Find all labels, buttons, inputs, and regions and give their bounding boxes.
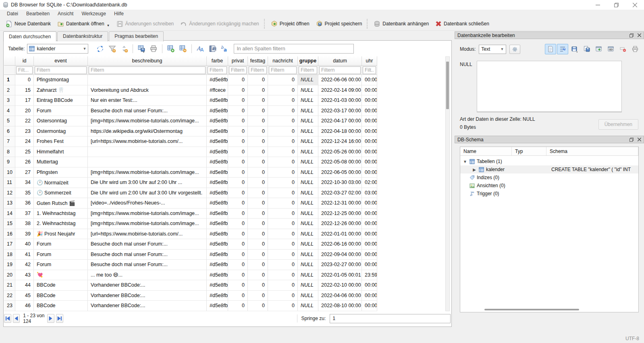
cell-festtag[interactable]: 0 bbox=[248, 95, 268, 106]
cell-id[interactable]: 20 bbox=[15, 106, 34, 116]
row-number[interactable]: 15 bbox=[4, 219, 15, 229]
cell-farbe[interactable]: #d5e8fb bbox=[207, 157, 228, 167]
cell-privat[interactable]: 0 bbox=[228, 260, 248, 270]
cell-nachricht[interactable]: 0 bbox=[268, 250, 298, 260]
horizontal-scrollbar-thumb[interactable] bbox=[484, 309, 579, 310]
restore-button[interactable] bbox=[607, 0, 625, 10]
new-database-button[interactable]: Neue Datenbank bbox=[2, 19, 54, 29]
cell-farbe[interactable]: #d5e8fb bbox=[207, 167, 228, 178]
cell-farbe[interactable]: #d5e8fb bbox=[207, 126, 228, 137]
open-database-button[interactable]: Datenbank öffnen ▼ bbox=[54, 19, 113, 29]
cell-datum[interactable]: 2022-06-06 00:00 bbox=[318, 75, 362, 85]
mode-select[interactable]: Text ▼ bbox=[479, 45, 506, 54]
cell-beschreibung[interactable]: Vorhandener BBCode:... bbox=[88, 301, 207, 311]
cell-privat[interactable]: 0 bbox=[228, 270, 248, 281]
cell-event[interactable]: Forum bbox=[34, 239, 88, 250]
tab-datenbankstruktur[interactable]: Datenbankstruktur bbox=[57, 31, 108, 41]
cell-event[interactable]: BBCode bbox=[34, 301, 88, 311]
cell-nachricht[interactable]: 0 bbox=[268, 157, 298, 167]
tree-item-tabellen[interactable]: ▼ Tabellen (1) bbox=[460, 157, 638, 165]
filter-input-gruppe[interactable] bbox=[299, 66, 317, 74]
cell-uhr[interactable]: 00:00 bbox=[362, 147, 377, 157]
cell-datum[interactable]: 2022-02-14 09:00 bbox=[318, 85, 362, 96]
cell-gruppe[interactable]: NULL bbox=[298, 250, 318, 260]
cell-nachricht[interactable]: 0 bbox=[268, 116, 298, 126]
filter-input-uhr[interactable] bbox=[363, 66, 376, 74]
encoding-button[interactable]: ba bbox=[219, 43, 230, 54]
import-cell-button[interactable] bbox=[569, 44, 580, 54]
text-format-button[interactable]: AA bbox=[195, 43, 206, 54]
cell-uhr[interactable]: 00:00 bbox=[362, 198, 377, 209]
filter-input-privat[interactable] bbox=[229, 66, 247, 74]
last-page-button[interactable] bbox=[56, 314, 63, 323]
open-project-button[interactable]: Projekt öffnen bbox=[268, 19, 313, 29]
cell-privat[interactable]: 0 bbox=[228, 116, 248, 126]
cell-festtag[interactable]: 0 bbox=[248, 167, 268, 178]
cell-festtag[interactable]: 0 bbox=[248, 147, 268, 157]
cell-datum[interactable]: 2022-09-04 00:00 bbox=[318, 250, 362, 260]
cell-privat[interactable]: 0 bbox=[228, 291, 248, 301]
cell-id[interactable]: 0 bbox=[15, 75, 34, 85]
cell-gruppe[interactable]: NULL bbox=[298, 260, 318, 270]
row-number[interactable]: 18 bbox=[4, 250, 15, 260]
cell-privat[interactable]: 0 bbox=[228, 280, 248, 291]
cell-uhr[interactable]: 00:00 bbox=[362, 167, 377, 178]
set-null-button[interactable] bbox=[617, 44, 629, 54]
cell-uhr[interactable]: 00:00 bbox=[362, 116, 377, 126]
cell-event[interactable]: Pfingstmontag bbox=[34, 75, 88, 85]
cell-nachricht[interactable]: 0 bbox=[268, 136, 298, 147]
cell-id[interactable]: 37 bbox=[15, 209, 34, 219]
settings-button[interactable] bbox=[509, 45, 520, 54]
tree-item-kalender[interactable]: ▶ kalender CREATE TABLE "kalender" ( "id… bbox=[460, 165, 638, 174]
cell-edit-area[interactable] bbox=[477, 61, 622, 112]
row-number[interactable]: 3 bbox=[4, 95, 15, 106]
filter-input-datum[interactable] bbox=[319, 66, 361, 74]
cell-festtag[interactable]: 0 bbox=[248, 198, 268, 209]
cell-event[interactable]: Pfingsten bbox=[34, 167, 88, 178]
cell-gruppe[interactable]: NULL bbox=[298, 270, 318, 281]
cell-beschreibung[interactable]: Die Uhr wird um 2:00 Uhr auf 3:00 Uhr vo… bbox=[88, 188, 207, 198]
cell-beschreibung[interactable]: [url=https://www.mobirise-tutorials.com/… bbox=[88, 136, 207, 147]
cell-datum[interactable]: 2022-01-01 00:00 bbox=[318, 229, 362, 240]
cell-privat[interactable]: 0 bbox=[228, 85, 248, 96]
cell-farbe[interactable]: #d5e8fb bbox=[207, 229, 228, 240]
row-number[interactable]: 12 bbox=[4, 188, 15, 198]
cell-id[interactable]: 15 bbox=[15, 85, 34, 96]
cell-gruppe[interactable]: NULL bbox=[298, 136, 318, 147]
next-page-button[interactable] bbox=[47, 314, 54, 323]
cell-datum[interactable]: 2022-05-26 00:00 bbox=[318, 147, 362, 157]
cell-event[interactable]: Zahnarzt 🦷 bbox=[34, 85, 88, 96]
cell-datum[interactable]: 2022-05-08 00:00 bbox=[318, 157, 362, 167]
cell-festtag[interactable]: 0 bbox=[248, 280, 268, 291]
cell-event[interactable]: Forum bbox=[34, 106, 88, 116]
cell-id[interactable]: 25 bbox=[15, 147, 34, 157]
cell-datum[interactable]: 2022-10-30 03:00 bbox=[318, 178, 362, 188]
cell-id[interactable]: 45 bbox=[15, 291, 34, 301]
column-header-festtag[interactable]: festtag bbox=[248, 56, 268, 66]
cell-privat[interactable]: 0 bbox=[228, 178, 248, 188]
filter-input-festtag[interactable] bbox=[249, 66, 267, 74]
cell-beschreibung[interactable]: Vorhandener BBCode:... bbox=[88, 291, 207, 301]
cell-privat[interactable]: 0 bbox=[228, 188, 248, 198]
column-header-datum[interactable]: datum bbox=[318, 56, 362, 66]
cell-beschreibung[interactable]: [video=../videos/Frohes-Neues-... bbox=[88, 198, 207, 209]
cell-id[interactable]: 35 bbox=[15, 188, 34, 198]
column-header-beschreibung[interactable]: beschreibung bbox=[88, 56, 207, 66]
cell-nachricht[interactable]: 0 bbox=[268, 106, 298, 116]
cell-gruppe[interactable]: NULL bbox=[298, 280, 318, 291]
row-number[interactable]: 4 bbox=[4, 106, 15, 116]
menu-bearbeiten[interactable]: Bearbeiten bbox=[23, 10, 53, 17]
cell-gruppe[interactable]: NULL bbox=[298, 147, 318, 157]
cell-farbe[interactable]: #d5e8fb bbox=[207, 116, 228, 126]
row-number[interactable]: 10 bbox=[4, 167, 15, 178]
prev-page-button[interactable] bbox=[13, 314, 20, 323]
cell-id[interactable]: 24 bbox=[15, 136, 34, 147]
apply-button[interactable]: Übernehmen bbox=[598, 119, 638, 130]
open-database-dropdown-caret[interactable]: ▼ bbox=[107, 24, 110, 27]
cell-nachricht[interactable]: 0 bbox=[268, 126, 298, 137]
cell-id[interactable]: 42 bbox=[15, 260, 34, 270]
close-database-button[interactable]: Datenbank schließen bbox=[432, 19, 492, 29]
cell-uhr[interactable]: 00:00 bbox=[362, 85, 377, 96]
cell-nachricht[interactable]: 0 bbox=[268, 95, 298, 106]
cell-uhr[interactable]: 00:00 bbox=[362, 106, 377, 116]
